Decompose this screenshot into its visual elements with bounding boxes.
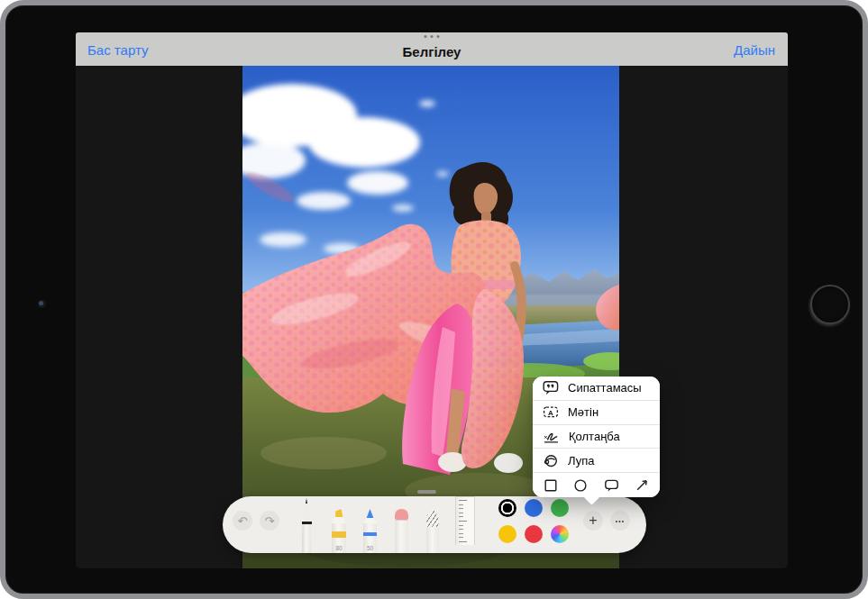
speech-bubble-shape-icon[interactable] bbox=[604, 478, 619, 493]
eraser-tool[interactable] bbox=[395, 509, 408, 553]
ellipsis-icon: ••• bbox=[616, 518, 625, 524]
lasso-tip-icon bbox=[426, 509, 439, 527]
page-title: Белгілеу bbox=[76, 44, 788, 59]
undo-button[interactable]: ↶ bbox=[233, 511, 252, 531]
more-options-button[interactable]: ••• bbox=[610, 511, 630, 531]
description-bubble-icon bbox=[543, 380, 559, 395]
front-camera-icon bbox=[38, 300, 46, 308]
circle-shape-icon[interactable] bbox=[573, 478, 588, 493]
pen-tip-icon bbox=[300, 498, 313, 522]
add-annotation-button[interactable]: + bbox=[583, 511, 603, 531]
undo-icon: ↶ bbox=[238, 515, 248, 527]
pencil-size-label: 50 bbox=[363, 545, 377, 551]
menu-item-label: Сипаттамасы bbox=[568, 381, 642, 395]
menu-item-description[interactable]: Сипаттамасы bbox=[533, 377, 660, 401]
highlighter-tool[interactable]: 80 bbox=[332, 509, 346, 553]
menu-item-loupe[interactable]: Лупа bbox=[533, 449, 660, 473]
done-button[interactable]: Дайын bbox=[734, 42, 775, 58]
loupe-icon bbox=[543, 453, 559, 468]
color-swatches bbox=[498, 499, 569, 543]
redo-button[interactable]: ↷ bbox=[260, 511, 279, 531]
eraser-tip-icon bbox=[395, 509, 408, 520]
lasso-tool[interactable] bbox=[426, 509, 439, 553]
highlighter-tip-icon bbox=[333, 509, 344, 517]
redo-icon: ↷ bbox=[265, 515, 275, 527]
markup-navbar: Бас тарту Белгілеу Дайын bbox=[76, 32, 788, 66]
home-button[interactable] bbox=[810, 285, 850, 324]
pen-tool[interactable] bbox=[299, 498, 314, 553]
color-swatch-green[interactable] bbox=[551, 499, 569, 517]
menu-item-label: Мәтін bbox=[568, 405, 598, 419]
ipad-frame: Бас тарту Белгілеу Дайын ↶ ↷ bbox=[0, 0, 868, 599]
highlighter-size-label: 80 bbox=[332, 545, 346, 551]
signature-icon bbox=[543, 429, 560, 444]
svg-text:A: A bbox=[548, 409, 553, 417]
markup-toolbar: ↶ ↷ 80 bbox=[223, 496, 646, 553]
pencil-tool[interactable]: 50 bbox=[363, 509, 377, 553]
color-swatch-red[interactable] bbox=[525, 525, 543, 543]
shape-buttons-row bbox=[533, 473, 660, 497]
menu-item-label: Лупа bbox=[568, 454, 594, 467]
menu-item-signature[interactable]: Қолтаңба bbox=[533, 425, 660, 449]
color-swatch-yellow[interactable] bbox=[498, 525, 516, 543]
menu-item-label: Қолтаңба bbox=[569, 430, 620, 443]
color-swatch-blue[interactable] bbox=[525, 499, 543, 517]
text-box-icon: A bbox=[543, 404, 559, 420]
plus-icon: + bbox=[589, 513, 597, 528]
color-swatch-multicolor[interactable] bbox=[551, 525, 569, 543]
arrow-shape-icon[interactable] bbox=[635, 478, 649, 493]
ruler-tool[interactable] bbox=[455, 496, 475, 545]
square-shape-icon[interactable] bbox=[544, 478, 558, 493]
multitasking-dots-icon[interactable] bbox=[425, 35, 440, 38]
menu-item-text[interactable]: A Мәтін bbox=[533, 401, 660, 425]
color-swatch-black[interactable] bbox=[498, 499, 516, 517]
pencil-tip-icon bbox=[365, 509, 375, 518]
markup-screen: Бас тарту Белгілеу Дайын ↶ ↷ bbox=[76, 32, 788, 568]
add-annotation-popup: Сипаттамасы A Мәтін bbox=[533, 377, 660, 497]
toolbar-drag-handle[interactable] bbox=[417, 490, 436, 494]
